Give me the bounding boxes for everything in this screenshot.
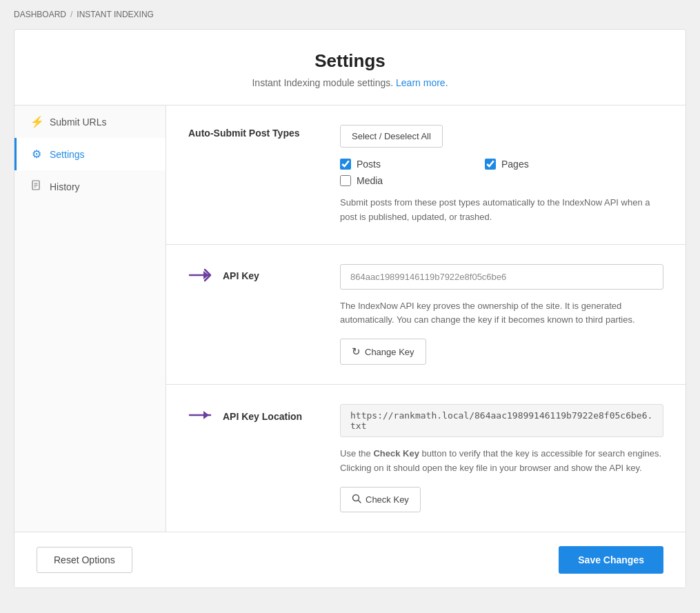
- breadcrumb: DASHBOARD / INSTANT INDEXING: [0, 0, 700, 29]
- api-key-location-label: API Key Location: [223, 411, 302, 422]
- page-title: Settings: [28, 50, 672, 72]
- check-key-button[interactable]: Check Key: [340, 487, 421, 512]
- lightning-icon: ⚡: [30, 115, 43, 128]
- pages-checkbox[interactable]: [485, 159, 496, 170]
- sidebar: ⚡ Submit URLs ⚙ Settings: [14, 105, 166, 532]
- change-key-button[interactable]: ↻ Change Key: [340, 339, 426, 365]
- save-changes-button[interactable]: Save Changes: [559, 546, 663, 574]
- api-key-location-section: API Key Location https://rankmath.local/…: [166, 385, 686, 532]
- content-area: Auto-Submit Post Types Select / Deselect…: [166, 105, 686, 532]
- svg-marker-5: [203, 411, 209, 419]
- api-key-row: API Key The IndexNow API key proves the …: [188, 264, 663, 365]
- sidebar-item-submit-urls[interactable]: ⚡ Submit URLs: [14, 105, 166, 138]
- sidebar-item-settings[interactable]: ⚙ Settings: [14, 138, 166, 170]
- gear-icon: ⚙: [30, 148, 43, 161]
- auto-submit-description: Submit posts from these post types autom…: [340, 196, 663, 225]
- card-footer: Reset Options Save Changes: [14, 532, 686, 587]
- api-key-location-arrow-icon: [188, 407, 216, 425]
- api-key-location-value: https://rankmath.local/864aac19899146119…: [340, 404, 663, 437]
- auto-submit-section: Auto-Submit Post Types Select / Deselect…: [166, 105, 686, 245]
- main-card: Settings Instant Indexing module setting…: [14, 29, 686, 588]
- sidebar-item-history[interactable]: History: [14, 170, 166, 203]
- learn-more-link[interactable]: Learn more: [396, 77, 446, 88]
- api-key-label: API Key: [223, 270, 259, 281]
- sidebar-item-label: Submit URLs: [50, 117, 106, 128]
- api-key-arrow-icon: [188, 267, 216, 285]
- card-header: Settings Instant Indexing module setting…: [14, 30, 686, 105]
- api-key-location-description: Use the Check Key button to verify that …: [340, 447, 663, 476]
- pages-checkbox-item[interactable]: Pages: [485, 159, 616, 170]
- document-icon: [30, 180, 43, 194]
- reset-options-button[interactable]: Reset Options: [37, 547, 132, 573]
- api-key-location-row: API Key Location https://rankmath.local/…: [188, 404, 663, 512]
- card-subtitle: Instant Indexing module settings. Learn …: [28, 77, 672, 88]
- post-types-checkboxes: Posts Pages Media: [340, 159, 616, 186]
- api-key-label-col: API Key: [188, 264, 326, 285]
- media-label: Media: [357, 175, 383, 186]
- posts-checkbox-item[interactable]: Posts: [340, 159, 471, 170]
- api-key-location-content: https://rankmath.local/864aac19899146119…: [340, 404, 663, 512]
- api-key-input[interactable]: [340, 264, 663, 290]
- pages-label: Pages: [501, 159, 529, 170]
- api-key-section: API Key The IndexNow API key proves the …: [166, 245, 686, 385]
- media-checkbox-item[interactable]: Media: [340, 175, 471, 186]
- posts-checkbox[interactable]: [340, 159, 351, 170]
- api-key-description: The IndexNow API key proves the ownershi…: [340, 299, 663, 328]
- auto-submit-label: Auto-Submit Post Types: [188, 128, 300, 139]
- api-key-location-label-col: API Key Location: [188, 404, 326, 425]
- search-icon: [352, 494, 361, 505]
- breadcrumb-separator: /: [70, 10, 72, 19]
- api-key-content: The IndexNow API key proves the ownershi…: [340, 264, 663, 365]
- sidebar-item-label: History: [50, 181, 80, 192]
- sidebar-item-label: Settings: [50, 149, 85, 160]
- auto-submit-row: Auto-Submit Post Types Select / Deselect…: [188, 125, 663, 225]
- page-wrapper: Settings Instant Indexing module setting…: [0, 29, 700, 602]
- breadcrumb-dashboard[interactable]: DASHBOARD: [14, 10, 66, 19]
- auto-submit-label-col: Auto-Submit Post Types: [188, 125, 326, 139]
- breadcrumb-current: INSTANT INDEXING: [77, 10, 154, 19]
- card-body: ⚡ Submit URLs ⚙ Settings: [14, 105, 686, 532]
- select-deselect-all-button[interactable]: Select / Deselect All: [340, 125, 443, 148]
- media-checkbox[interactable]: [340, 175, 351, 186]
- posts-label: Posts: [357, 159, 381, 170]
- auto-submit-content: Select / Deselect All Posts Pages: [340, 125, 663, 225]
- refresh-icon: ↻: [352, 345, 361, 358]
- svg-line-7: [359, 500, 361, 503]
